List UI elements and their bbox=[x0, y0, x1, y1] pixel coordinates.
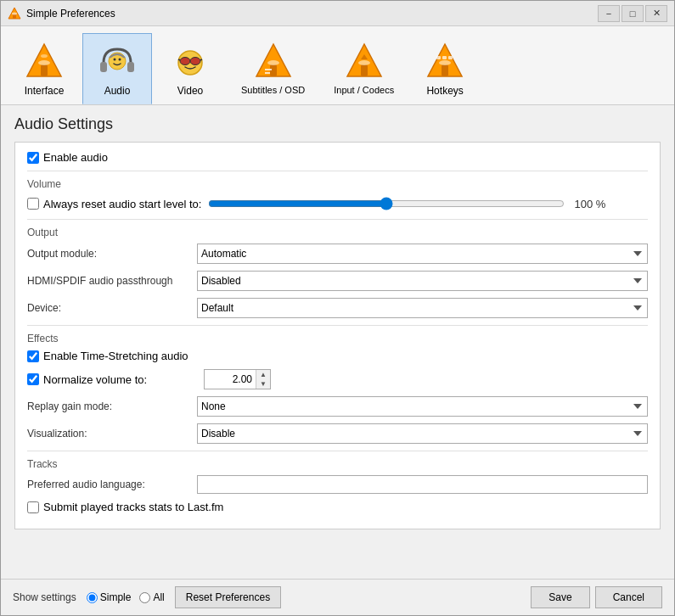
divider-2 bbox=[27, 219, 648, 220]
normalize-volume-row: Normalize volume to: ▲ ▼ bbox=[27, 369, 648, 389]
svg-rect-31 bbox=[442, 56, 447, 59]
spin-down-button[interactable]: ▼ bbox=[256, 379, 270, 389]
all-radio[interactable] bbox=[139, 592, 150, 603]
device-row: Device: Default bbox=[27, 298, 648, 318]
divider-1 bbox=[27, 171, 648, 171]
title-bar-text: Simple Preferences bbox=[26, 8, 598, 20]
svg-point-25 bbox=[358, 60, 370, 65]
footer-left: Show settings Simple All Reset Preferenc… bbox=[13, 586, 281, 608]
normalize-spin: ▲ ▼ bbox=[204, 369, 271, 389]
svg-rect-28 bbox=[442, 64, 448, 76]
always-reset-checkbox[interactable] bbox=[27, 198, 39, 210]
spin-up-button[interactable]: ▲ bbox=[256, 370, 270, 379]
time-stretching-row: Enable Time-Stretching audio bbox=[27, 350, 648, 362]
visualization-label: Visualization: bbox=[27, 428, 197, 440]
simple-label: Simple bbox=[100, 591, 132, 603]
output-module-select[interactable]: Automatic bbox=[197, 244, 648, 264]
tab-input-label: Input / Codecs bbox=[334, 85, 394, 95]
input-icon bbox=[342, 39, 386, 83]
enable-audio-row: Enable audio bbox=[27, 151, 648, 164]
close-button[interactable]: ✕ bbox=[645, 5, 667, 22]
main-window: Simple Preferences − □ ✕ Interface bbox=[0, 0, 675, 616]
app-icon bbox=[8, 7, 21, 20]
footer-right: Save Cancel bbox=[531, 586, 662, 608]
volume-section-label: Volume bbox=[27, 178, 648, 190]
svg-point-2 bbox=[12, 12, 17, 14]
submit-lastfm-checkbox[interactable] bbox=[27, 501, 39, 513]
replay-gain-label: Replay gain mode: bbox=[27, 400, 197, 412]
normalize-volume-label[interactable]: Normalize volume to: bbox=[27, 373, 197, 386]
tab-hotkeys-label: Hotkeys bbox=[426, 85, 463, 97]
svg-point-5 bbox=[38, 60, 50, 65]
svg-point-13 bbox=[180, 58, 190, 65]
svg-line-16 bbox=[178, 59, 180, 60]
tab-subtitles[interactable]: Subtitles / OSD bbox=[228, 33, 318, 104]
svg-point-14 bbox=[190, 58, 200, 65]
tab-video[interactable]: Video bbox=[155, 33, 225, 104]
subtitles-icon bbox=[251, 39, 295, 83]
reset-preferences-button[interactable]: Reset Preferences bbox=[175, 586, 281, 608]
svg-point-29 bbox=[439, 60, 451, 65]
svg-rect-7 bbox=[100, 62, 107, 72]
replay-gain-select[interactable]: None bbox=[197, 396, 648, 417]
simple-radio-label[interactable]: Simple bbox=[87, 591, 132, 603]
submit-lastfm-label[interactable]: Submit played tracks stats to Last.fm bbox=[27, 501, 223, 513]
svg-point-10 bbox=[114, 59, 116, 61]
preferred-language-label: Preferred audio language: bbox=[27, 479, 197, 490]
hdmi-spdif-row: HDMI/SPDIF audio passthrough Disabled bbox=[27, 271, 648, 291]
enable-audio-label[interactable]: Enable audio bbox=[27, 151, 108, 164]
effects-section-label: Effects bbox=[27, 333, 648, 344]
svg-rect-24 bbox=[361, 64, 368, 76]
svg-rect-8 bbox=[127, 62, 134, 72]
svg-rect-30 bbox=[436, 56, 441, 59]
nav-tabs: Interface Audio bbox=[1, 26, 674, 105]
normalize-volume-checkbox[interactable] bbox=[27, 373, 39, 385]
maximize-button[interactable]: □ bbox=[622, 5, 644, 22]
submit-lastfm-row: Submit played tracks stats to Last.fm bbox=[27, 501, 648, 513]
always-reset-label[interactable]: Always reset audio start level to: bbox=[27, 198, 201, 210]
tab-video-label: Video bbox=[177, 85, 203, 97]
enable-audio-checkbox[interactable] bbox=[27, 152, 39, 164]
output-module-label: Output module: bbox=[27, 248, 197, 260]
visualization-select[interactable]: Disable bbox=[197, 423, 648, 444]
svg-point-6 bbox=[41, 54, 48, 58]
svg-point-11 bbox=[119, 59, 121, 61]
device-select[interactable]: Default bbox=[197, 298, 648, 318]
tracks-section-label: Tracks bbox=[27, 458, 648, 470]
settings-box: Enable audio Volume Always reset audio s… bbox=[14, 142, 661, 529]
preferred-language-row: Preferred audio language: bbox=[27, 475, 648, 494]
spin-buttons: ▲ ▼ bbox=[256, 370, 270, 389]
time-stretching-checkbox[interactable] bbox=[27, 350, 39, 362]
all-radio-label[interactable]: All bbox=[139, 591, 164, 603]
always-reset-row: Always reset audio start level to: 100 % bbox=[27, 195, 648, 212]
tab-audio-label: Audio bbox=[104, 85, 131, 97]
divider-3 bbox=[27, 325, 648, 326]
svg-rect-32 bbox=[448, 56, 453, 59]
video-icon bbox=[168, 39, 212, 83]
preferred-language-input[interactable] bbox=[197, 475, 648, 494]
normalize-input[interactable] bbox=[205, 370, 256, 389]
output-section-label: Output bbox=[27, 227, 648, 238]
hotkeys-icon bbox=[423, 39, 467, 83]
tab-audio[interactable]: Audio bbox=[82, 33, 152, 104]
show-settings-label: Show settings bbox=[13, 591, 76, 603]
page-title: Audio Settings bbox=[14, 115, 661, 133]
tab-hotkeys[interactable]: Hotkeys bbox=[410, 33, 480, 104]
cancel-button[interactable]: Cancel bbox=[595, 586, 662, 608]
tab-input[interactable]: Input / Codecs bbox=[321, 33, 407, 104]
hdmi-spdif-select[interactable]: Disabled bbox=[197, 271, 648, 291]
tab-interface[interactable]: Interface bbox=[9, 33, 79, 104]
time-stretching-label[interactable]: Enable Time-Stretching audio bbox=[27, 350, 188, 362]
minimize-button[interactable]: − bbox=[598, 5, 620, 22]
visualization-row: Visualization: Disable bbox=[27, 423, 648, 444]
svg-point-20 bbox=[267, 60, 279, 65]
volume-slider-container: 100 % bbox=[208, 195, 648, 212]
all-label: All bbox=[153, 591, 164, 603]
save-button[interactable]: Save bbox=[531, 586, 589, 608]
audio-icon bbox=[95, 39, 139, 83]
simple-radio[interactable] bbox=[87, 592, 98, 603]
tab-subtitles-label: Subtitles / OSD bbox=[241, 85, 305, 95]
hdmi-spdif-label: HDMI/SPDIF audio passthrough bbox=[27, 275, 197, 287]
title-bar: Simple Preferences − □ ✕ bbox=[1, 1, 674, 26]
volume-slider[interactable] bbox=[208, 195, 565, 212]
